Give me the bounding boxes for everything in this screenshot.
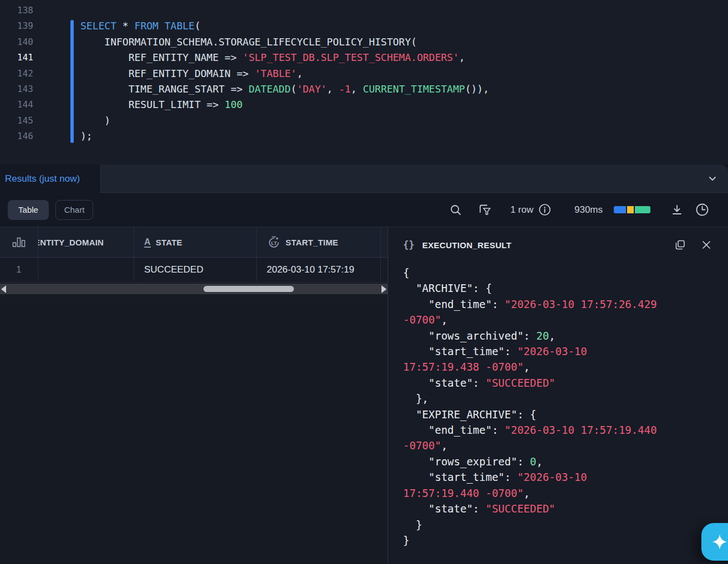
editor-line[interactable]: 142 REF_ENTITY_DOMAIN => 'TABLE',	[0, 66, 728, 81]
query-history-clock-icon[interactable]	[695, 203, 709, 217]
line-number: 145	[0, 113, 33, 129]
results-tabstrip	[100, 165, 728, 193]
column-header-start-time[interactable]: LT START_TIME	[257, 227, 381, 257]
execution-result-header: {} EXECUTION_RESULT	[388, 227, 728, 259]
json-line[interactable]: 17:57:19.438 -0700",	[403, 359, 717, 375]
json-line[interactable]: "state": "SUCCEEDED"	[403, 375, 717, 391]
editor-line[interactable]: 143 TIME_RANGE_START => DATEADD('DAY', -…	[0, 81, 728, 97]
entity-domain-cell[interactable]	[38, 258, 134, 282]
query-duration-stats-bar[interactable]	[614, 206, 650, 213]
line-text: -0700",	[403, 314, 447, 326]
entity-domain-header-label: ENTITY_DOMAIN	[38, 238, 104, 247]
json-line[interactable]: }	[403, 517, 717, 532]
editor-line[interactable]: 140 INFORMATION_SCHEMA.STORAGE_LIFECYCLE…	[0, 34, 728, 50]
json-line[interactable]: -0700",	[403, 438, 717, 453]
editor-line[interactable]: 138	[0, 3, 728, 18]
line-text: "EXPIRE_ARCHIVE": {	[403, 408, 536, 421]
column-header-entity-domain[interactable]: ENTITY_DOMAIN	[38, 227, 134, 257]
line-text: "start_time": "2026-03-10	[403, 471, 587, 483]
editor-line[interactable]: 139SELECT * FROM TABLE(	[0, 18, 728, 34]
header-filler	[381, 227, 391, 257]
json-line[interactable]: "rows_expired": 0,	[403, 454, 717, 469]
duration-segment-queue	[627, 206, 634, 213]
line-text: RESULT_LIMIT => 100	[33, 97, 243, 112]
json-line[interactable]: "end_time": "2026-03-10 17:57:26.429	[403, 296, 717, 312]
line-text: },	[403, 392, 429, 404]
sql-editor[interactable]: 138139SELECT * FROM TABLE(140 INFORMATIO…	[0, 0, 728, 165]
line-text: "state": "SUCCEEDED"	[403, 503, 556, 515]
state-header-label: STATE	[156, 238, 182, 247]
start-time-header-label: START_TIME	[286, 238, 338, 247]
json-line[interactable]: "rows_archived": 20,	[403, 328, 717, 343]
results-toolbar: Table Chart 1 row 930ms	[0, 193, 728, 227]
line-number: 138	[0, 3, 33, 18]
line-number: 141	[0, 50, 33, 65]
line-text: TIME_RANGE_START => DATEADD('DAY', -1, C…	[33, 81, 489, 97]
query-duration-label: 930ms	[574, 204, 603, 216]
line-text: SELECT * FROM TABLE(	[33, 18, 201, 34]
close-panel-icon[interactable]	[701, 240, 711, 250]
json-line[interactable]: "state": "SUCCEEDED"	[403, 501, 717, 516]
line-text: 17:57:19.440 -0700",	[403, 487, 530, 499]
line-number: 144	[0, 97, 33, 112]
json-braces-icon: {}	[403, 239, 414, 250]
editor-line[interactable]: 146);	[0, 129, 728, 144]
search-icon[interactable]	[450, 204, 462, 216]
horizontal-scrollbar[interactable]	[0, 284, 388, 294]
timestamp-ltz-icon: LT	[267, 235, 281, 249]
execution-result-title: EXECUTION_RESULT	[422, 240, 511, 250]
horizontal-scrollbar-thumb[interactable]	[203, 286, 294, 292]
line-text: "rows_expired": 0,	[403, 455, 543, 468]
row-filler	[381, 258, 391, 282]
assistant-button[interactable]	[701, 523, 728, 561]
line-text: }	[403, 534, 409, 546]
executed-statement-indicator	[70, 20, 74, 143]
scroll-right-arrow-icon[interactable]	[381, 285, 386, 293]
text-type-icon: A	[144, 237, 151, 248]
collapse-panel-chevron-down-icon[interactable]	[707, 173, 718, 184]
line-number: 142	[0, 66, 33, 81]
view-toggle-chart-button[interactable]: Chart	[55, 200, 93, 220]
line-text: "end_time": "2026-03-10 17:57:19.440	[403, 424, 657, 436]
editor-code: 138139SELECT * FROM TABLE(140 INFORMATIO…	[0, 3, 728, 145]
line-text	[33, 3, 80, 18]
sparkle-icon	[711, 534, 728, 550]
copy-icon[interactable]	[674, 239, 686, 251]
editor-line[interactable]: 141 REF_ENTITY_NAME => 'SLP_TEST_DB.SLP_…	[0, 50, 728, 65]
scroll-left-arrow-icon[interactable]	[1, 285, 6, 293]
line-text: REF_ENTITY_NAME => 'SLP_TEST_DB.SLP_TEST…	[33, 50, 465, 65]
duration-segment-execute	[635, 206, 650, 213]
row-count-info-icon[interactable]	[538, 203, 551, 216]
line-number: 140	[0, 34, 33, 50]
json-line[interactable]: "EXPIRE_ARCHIVE": {	[403, 407, 717, 422]
json-line[interactable]: "start_time": "2026-03-10	[403, 469, 717, 485]
line-text: INFORMATION_SCHEMA.STORAGE_LIFECYCLE_POL…	[33, 34, 417, 50]
json-line[interactable]: {	[403, 265, 717, 280]
filter-icon[interactable]	[478, 203, 492, 217]
download-results-icon[interactable]	[671, 204, 683, 216]
start-time-cell[interactable]: 2026-03-10 17:57:19	[257, 258, 381, 282]
column-header-state[interactable]: A STATE	[134, 227, 257, 257]
line-text: "ARCHIVE": {	[403, 282, 492, 294]
editor-line[interactable]: 144 RESULT_LIMIT => 100	[0, 97, 728, 112]
svg-text:LT: LT	[271, 240, 277, 246]
json-line[interactable]: "start_time": "2026-03-10	[403, 343, 717, 359]
execution-result-panel: {} EXECUTION_RESULT { "ARCHIVE": { "end_…	[388, 227, 728, 564]
line-text: {	[403, 266, 409, 279]
json-line[interactable]: }	[403, 532, 717, 548]
line-text: "rows_archived": 20,	[403, 330, 556, 342]
json-line[interactable]: 17:57:19.440 -0700",	[403, 485, 717, 501]
view-toggle-table-button[interactable]: Table	[8, 200, 49, 220]
json-line[interactable]: -0700",	[403, 312, 717, 327]
state-cell[interactable]: SUCCEEDED	[134, 258, 257, 282]
table-row[interactable]: 1 SUCCEEDED 2026-03-10 17:57:19	[0, 258, 388, 283]
results-tabbar: Results (just now)	[0, 165, 728, 193]
json-line[interactable]: "ARCHIVE": {	[403, 280, 717, 296]
execution-result-json[interactable]: { "ARCHIVE": { "end_time": "2026-03-10 1…	[388, 259, 728, 548]
json-line[interactable]: },	[403, 391, 717, 406]
line-text: -0700",	[403, 439, 447, 452]
editor-line[interactable]: 145 )	[0, 113, 728, 129]
json-line[interactable]: "end_time": "2026-03-10 17:57:19.440	[403, 422, 717, 438]
row-number-column-header[interactable]	[0, 227, 38, 257]
tab-results[interactable]: Results (just now)	[0, 165, 100, 193]
